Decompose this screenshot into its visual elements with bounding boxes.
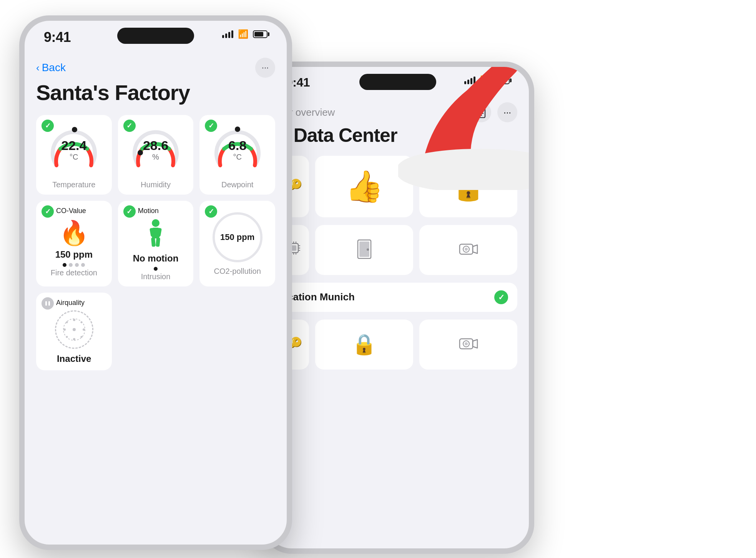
svg-rect-8 [156, 237, 160, 247]
svg-point-46 [465, 248, 468, 251]
co2-label: CO2-pollution [214, 267, 261, 276]
person-icon [144, 218, 167, 251]
temperature-label: Temperature [52, 180, 95, 189]
co2-value: 150 ppm [220, 232, 254, 242]
dewpoint-label: Dewpoint [221, 180, 253, 189]
thumbsup-icon: 👍 [345, 168, 384, 205]
co2-card[interactable]: ✓ 150 ppm CO2-pollution [199, 201, 275, 286]
intrusion-card[interactable]: ✓ Motion [118, 201, 194, 286]
svg-point-1 [138, 150, 143, 155]
fire-status: ✓ [42, 205, 54, 218]
co2-gauge: 150 ppm [213, 212, 263, 262]
svg-point-18 [80, 321, 82, 323]
svg-rect-9 [45, 301, 47, 306]
svg-point-20 [80, 336, 82, 338]
dewpoint-value: 6.8 [228, 138, 246, 152]
more-button[interactable]: ··· [255, 58, 275, 78]
svg-rect-7 [151, 237, 156, 247]
phone2: 9:41 📶 ger o [261, 62, 534, 554]
bottom-camera-card[interactable] [419, 320, 517, 370]
svg-point-0 [72, 127, 77, 132]
svg-point-3 [152, 219, 160, 227]
svg-point-16 [83, 328, 85, 331]
motion-label-top: Motion [138, 207, 159, 215]
svg-point-15 [63, 328, 66, 331]
fire-detection-card[interactable]: ✓ CO-Value 🔥 150 ppm Fire detection [36, 201, 112, 286]
svg-point-50 [465, 342, 468, 345]
co2-status: ✓ [205, 205, 217, 218]
motion-status: ✓ [123, 205, 136, 218]
location-check: ✓ [494, 290, 508, 304]
phone1-content: ‹ Back ··· Santa's Factory ✓ [25, 51, 287, 545]
motion-dots [154, 267, 158, 271]
humidity-value: 28.6 [143, 138, 168, 152]
bottom-camera-icon [459, 336, 478, 353]
bottom-icon-row: 🔑 🔒 [278, 320, 517, 370]
sensor-grid-row3: Airquality [36, 293, 275, 370]
battery-icon [253, 30, 268, 38]
camera-card[interactable] [419, 225, 517, 275]
santa-hat [398, 62, 534, 192]
dewpoint-gauge: 6.8 °C [213, 125, 263, 175]
nav-bar-1: ‹ Back ··· [36, 51, 275, 82]
temperature-unit: °C [61, 152, 86, 161]
svg-point-19 [66, 336, 68, 338]
airquality-icon [55, 310, 93, 349]
bottom-lock-icon: 🔒 [352, 333, 377, 356]
dynamic-island-1 [117, 28, 194, 44]
svg-marker-51 [473, 340, 477, 348]
location-section[interactable]: cation Munich ✓ [278, 283, 517, 312]
svg-point-12 [73, 328, 76, 331]
svg-point-2 [235, 127, 240, 132]
device-row [278, 225, 517, 275]
signal-icon [222, 30, 233, 38]
airquality-value: Inactive [57, 353, 91, 364]
pause-icon [42, 297, 54, 310]
dewpoint-unit: °C [228, 152, 246, 161]
airquality-label-top: Airquality [56, 299, 85, 307]
airquality-card[interactable]: Airquality [36, 293, 112, 370]
sensor-grid-row2: ✓ CO-Value 🔥 150 ppm Fire detection [36, 201, 275, 286]
svg-rect-10 [48, 301, 50, 306]
humidity-gauge: 28.6 % [131, 125, 181, 175]
svg-point-14 [73, 338, 75, 340]
intrusion-label: Intrusion [141, 272, 171, 281]
location-label: cation Munich [287, 291, 355, 303]
svg-point-13 [73, 319, 75, 321]
status-icons-1: 📶 [222, 29, 268, 39]
door-card[interactable] [315, 225, 413, 275]
door-icon [356, 239, 372, 261]
scene: 9:41 📶 [0, 0, 756, 558]
fire-icon: 🔥 [59, 219, 89, 247]
dewpoint-card[interactable]: ✓ 6.8 °C [199, 115, 275, 195]
fire-dots [63, 263, 85, 267]
temperature-value: 22.4 [61, 138, 86, 152]
back-label: Back [42, 62, 66, 74]
back-button[interactable]: ‹ Back [36, 62, 66, 74]
camera-icon [459, 242, 478, 258]
humidity-card[interactable]: ✓ 28.6 % [118, 115, 194, 195]
bottom-lock-card[interactable]: 🔒 [315, 320, 413, 370]
sensor-grid-row1: ✓ [36, 115, 275, 195]
svg-point-43 [367, 248, 369, 251]
fire-value: 150 ppm [55, 249, 93, 260]
status-time-1: 9:41 [44, 29, 71, 45]
chevron-left-icon: ‹ [36, 62, 40, 74]
wifi-icon: 📶 [238, 29, 248, 39]
co-value-label: CO-Value [56, 207, 86, 215]
humidity-label: Humidity [141, 180, 171, 189]
temperature-card[interactable]: ✓ [36, 115, 112, 195]
svg-point-53 [503, 62, 528, 67]
fire-label: Fire detection [51, 268, 97, 277]
phone1: 9:41 📶 [19, 15, 292, 550]
svg-point-17 [66, 321, 68, 323]
humidity-unit: % [143, 152, 168, 161]
svg-marker-47 [473, 245, 477, 253]
page-title-1: Santa's Factory [36, 82, 275, 104]
motion-value: No motion [133, 253, 179, 264]
temperature-gauge: 22.4 °C [49, 125, 99, 175]
